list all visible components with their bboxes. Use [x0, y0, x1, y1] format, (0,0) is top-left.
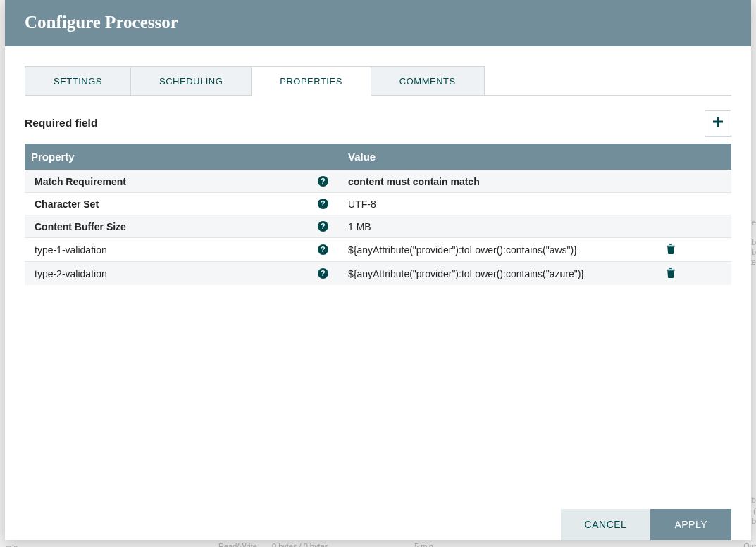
help-icon[interactable]: ?	[318, 221, 328, 232]
trash-icon[interactable]	[666, 268, 676, 278]
property-actions-cell	[652, 262, 729, 285]
col-header-value: Value	[338, 144, 652, 170]
configure-processor-dialog: Configure Processor SETTINGS SCHEDULING …	[5, 0, 751, 540]
svg-rect-11	[669, 244, 672, 245]
dialog-footer: CANCEL APPLY	[5, 509, 751, 540]
property-name-cell: type-2-validation?	[25, 263, 338, 284]
cancel-button[interactable]: CANCEL	[561, 509, 651, 540]
svg-text:?: ?	[321, 270, 325, 277]
property-value-cell[interactable]: UTF-8	[338, 193, 652, 215]
table-row[interactable]: Match Requirement?content must contain m…	[25, 170, 731, 192]
required-field-label: Required field	[25, 117, 97, 130]
tab-comments[interactable]: COMMENTS	[371, 66, 485, 96]
property-name-cell: Match Requirement?	[25, 170, 338, 192]
svg-text:?: ?	[321, 200, 325, 208]
help-icon[interactable]: ?	[318, 199, 328, 209]
help-icon[interactable]: ?	[318, 268, 328, 279]
property-name: type-2-validation	[35, 268, 107, 279]
svg-rect-15	[669, 268, 672, 269]
property-actions-cell	[652, 199, 729, 209]
properties-subheader: Required field	[25, 110, 731, 137]
svg-rect-1	[713, 121, 723, 123]
tab-scheduling[interactable]: SCHEDULING	[130, 66, 252, 96]
tab-settings[interactable]: SETTINGS	[25, 66, 131, 96]
property-name: Match Requirement	[35, 176, 126, 187]
property-name-cell: type-1-validation?	[25, 239, 338, 260]
svg-rect-10	[667, 245, 674, 246]
property-name-cell: Character Set?	[25, 193, 338, 215]
dialog-body: SETTINGS SCHEDULING PROPERTIES COMMENTS …	[5, 46, 751, 509]
tab-bar: SETTINGS SCHEDULING PROPERTIES COMMENTS	[25, 66, 731, 96]
properties-panel: Required field Property Value Match Requ…	[25, 95, 731, 509]
property-name: Content Buffer Size	[35, 221, 126, 232]
table-row[interactable]: Content Buffer Size?1 MB	[25, 215, 731, 237]
tab-properties[interactable]: PROPERTIES	[251, 66, 371, 96]
property-value-cell[interactable]: ${anyAttribute("provider"):toLower():con…	[338, 263, 652, 284]
property-actions-cell	[652, 176, 729, 187]
property-actions-cell	[652, 221, 729, 232]
svg-text:?: ?	[321, 222, 325, 230]
property-value-cell[interactable]: content must contain match	[338, 170, 652, 192]
add-property-button[interactable]	[705, 110, 731, 137]
property-value-cell[interactable]: 1 MB	[338, 215, 652, 237]
dialog-title: Configure Processor	[25, 13, 731, 32]
property-actions-cell	[652, 238, 729, 261]
table-row[interactable]: type-2-validation?${anyAttribute("provid…	[25, 261, 731, 285]
dialog-header: Configure Processor	[5, 0, 751, 46]
svg-text:?: ?	[321, 177, 325, 185]
table-header-row: Property Value	[25, 144, 731, 170]
col-header-actions	[652, 144, 729, 170]
property-value-cell[interactable]: ${anyAttribute("provider"):toLower():con…	[338, 239, 652, 260]
property-name: type-1-validation	[35, 244, 107, 256]
help-icon[interactable]: ?	[318, 244, 328, 255]
property-name-cell: Content Buffer Size?	[25, 215, 338, 237]
trash-icon[interactable]	[666, 244, 676, 254]
col-header-property: Property	[25, 144, 338, 170]
property-name: Character Set	[35, 199, 99, 210]
svg-text:?: ?	[321, 246, 325, 253]
properties-table: Property Value Match Requirement?content…	[25, 144, 731, 509]
plus-icon	[712, 116, 724, 130]
svg-rect-14	[667, 269, 674, 270]
table-row[interactable]: Character Set?UTF-8	[25, 192, 731, 215]
help-icon[interactable]: ?	[318, 176, 328, 187]
table-row[interactable]: type-1-validation?${anyAttribute("provid…	[25, 237, 731, 261]
apply-button[interactable]: APPLY	[650, 509, 731, 540]
